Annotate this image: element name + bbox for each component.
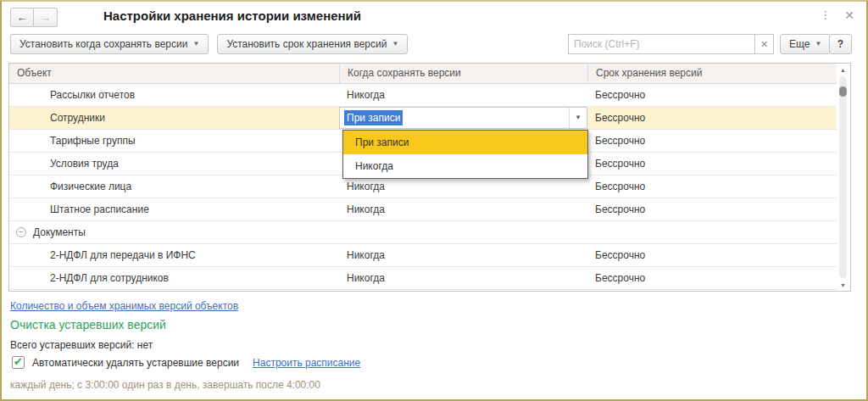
chevron-down-icon: ▼ — [575, 107, 581, 129]
row-when: Никогда — [339, 84, 587, 106]
table-header: Объект Когда сохранять версии Срок хране… — [9, 64, 837, 84]
kebab-menu-icon[interactable]: ⋮ — [820, 8, 831, 23]
row-term: Бессрочно — [587, 198, 837, 220]
combobox-dropdown-button[interactable]: ▼ — [569, 108, 587, 128]
row-term: Бессрочно — [587, 175, 837, 198]
table-row[interactable]: Рассылки отчетов Никогда Бессрочно — [9, 84, 837, 107]
chevron-down-icon: ▼ — [192, 41, 199, 47]
toolbar: Установить когда сохранять версии ▼ Уста… — [2, 32, 866, 56]
versions-table: Объект Когда сохранять версии Срок хране… — [8, 63, 851, 292]
table-row-selected[interactable]: Сотрудники Бессрочно При записи ▼ — [9, 107, 837, 130]
forward-button[interactable]: → — [34, 8, 58, 27]
table-body: Рассылки отчетов Никогда Бессрочно Сотру… — [9, 84, 837, 290]
row-object: 2-НДФЛ для передачи в ИФНС — [9, 244, 339, 266]
scrollbar-thumb[interactable] — [839, 86, 847, 97]
row-term: Бессрочно — [587, 130, 837, 152]
toolbar-left-buttons: Установить когда сохранять версии ▼ Уста… — [10, 34, 408, 54]
row-when: Никогда — [339, 198, 587, 220]
page-title: Настройки хранения истории изменений — [103, 8, 361, 23]
collapse-icon[interactable]: − — [16, 227, 26, 237]
row-object: Условия труда — [9, 153, 339, 175]
group-cell: − Документы — [9, 221, 339, 243]
set-term-label: Установить срок хранения версий — [226, 38, 387, 50]
scrollbar-track[interactable] — [839, 76, 847, 278]
auto-delete-checkbox[interactable]: ✔ — [12, 356, 25, 369]
back-button[interactable]: ← — [10, 8, 34, 27]
header-when[interactable]: Когда сохранять версии — [339, 64, 587, 84]
combobox-selected-value: При записи — [344, 110, 403, 125]
scroll-up-icon[interactable]: ▲ — [840, 64, 846, 75]
set-term-button[interactable]: Установить срок хранения версий ▼ — [217, 34, 408, 54]
chevron-down-icon: ▼ — [815, 41, 821, 47]
row-term: Бессрочно — [587, 84, 837, 106]
schedule-description: каждый день; с 3:00:00 один раз в день, … — [10, 379, 320, 391]
set-when-button[interactable]: Установить когда сохранять версии ▼ — [10, 34, 209, 54]
scroll-down-icon[interactable]: ▼ — [840, 279, 846, 291]
dropdown-option-selected[interactable]: При записи — [343, 131, 587, 154]
row-object: Физические лица — [9, 175, 339, 198]
app-window: ← → Настройки хранения истории изменений… — [0, 0, 868, 401]
help-button[interactable]: ? — [829, 34, 852, 54]
set-when-label: Установить когда сохранять версии — [19, 38, 187, 50]
header-object[interactable]: Объект — [9, 64, 339, 84]
auto-delete-label: Автоматически удалять устаревшие версии — [32, 357, 239, 369]
dropdown-option[interactable]: Никогда — [343, 154, 587, 178]
nav-buttons: ← → — [10, 8, 58, 27]
row-object: Штатное расписание — [9, 198, 339, 220]
when-combobox[interactable]: При записи ▼ — [339, 107, 587, 129]
more-label: Еще — [789, 38, 810, 50]
row-when — [339, 221, 587, 243]
row-term: Бессрочно — [587, 153, 837, 175]
row-term: Бессрочно — [587, 107, 837, 129]
row-term — [587, 221, 837, 243]
table-row[interactable]: Штатное расписание Никогда Бессрочно — [9, 198, 837, 221]
row-when: Никогда — [339, 267, 587, 289]
close-icon[interactable]: ✕ — [844, 8, 854, 23]
check-icon: ✔ — [14, 356, 23, 367]
search-input[interactable] — [568, 34, 754, 54]
chevron-down-icon: ▼ — [392, 41, 398, 47]
cleanup-heading: Очистка устаревших версий — [10, 318, 166, 331]
versions-count-link[interactable]: Количество и объем хранимых версий объек… — [10, 300, 238, 312]
row-when: Никогда — [339, 244, 587, 266]
row-object: Сотрудники — [9, 107, 339, 129]
row-object: Тарифные группы — [9, 130, 339, 152]
total-obsolete-text: Всего устаревших версий: нет — [10, 339, 153, 351]
titlebar: ← → Настройки хранения истории изменений… — [2, 2, 866, 31]
table-group-row[interactable]: − Документы — [9, 221, 837, 244]
table-row[interactable]: 2-НДФЛ для передачи в ИФНС Никогда Бесср… — [9, 244, 837, 267]
search-box: ✕ — [568, 34, 774, 54]
header-term[interactable]: Срок хранения версий — [587, 64, 837, 84]
clear-search-button[interactable]: ✕ — [754, 34, 774, 54]
schedule-link[interactable]: Настроить расписание — [253, 357, 360, 369]
row-object: Рассылки отчетов — [9, 84, 339, 106]
more-button[interactable]: Еще ▼ — [780, 34, 831, 54]
table-row[interactable]: 2-НДФЛ для сотрудников Никогда Бессрочно — [9, 267, 837, 290]
auto-delete-row: ✔ Автоматически удалять устаревшие верси… — [12, 356, 360, 369]
group-label: Документы — [33, 221, 86, 243]
when-dropdown-list: При записи Никогда — [342, 130, 588, 179]
back-arrow-icon: ← — [17, 11, 28, 24]
row-term: Бессрочно — [587, 267, 837, 289]
table-row[interactable]: Физические лица Никогда Бессрочно — [9, 175, 837, 198]
forward-arrow-icon: → — [40, 11, 51, 24]
vertical-scrollbar[interactable]: ▲ ▼ — [837, 64, 849, 291]
row-term: Бессрочно — [587, 244, 837, 266]
window-controls: ⋮ ✕ — [820, 8, 854, 23]
row-object: 2-НДФЛ для сотрудников — [9, 267, 339, 289]
